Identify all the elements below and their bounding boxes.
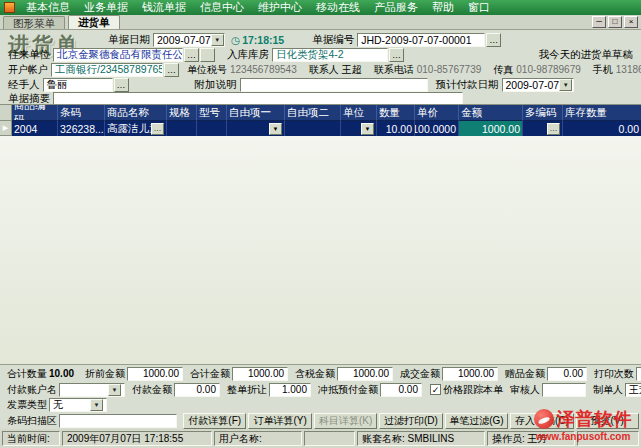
handler-field[interactable]: 鲁丽	[43, 78, 113, 92]
clock-icon: ◷	[231, 34, 240, 46]
vendor-browse-icon[interactable]: …	[184, 48, 199, 62]
fax-label: 传真	[493, 63, 513, 77]
preview-button[interactable]: 预览(V)	[576, 413, 639, 429]
table-row[interactable]: ▶ 2004 326238... 高露洁儿童牙.. … ▼ ▼ 10.00 10…	[0, 121, 641, 136]
menu-item-window[interactable]: 窗口	[461, 0, 497, 15]
memo-field[interactable]	[240, 78, 428, 92]
menu-item-cashflow-docs[interactable]: 钱流单据	[135, 0, 193, 15]
pay-amount-field[interactable]: 0.00	[174, 383, 220, 397]
cell-spec[interactable]	[167, 121, 197, 136]
single-filter-button[interactable]: 单笔过滤(G)	[445, 413, 508, 429]
row-selector[interactable]: ▶	[0, 121, 12, 136]
pay-date-field[interactable]: 2009-07-07 ▼	[502, 78, 574, 92]
maker-field[interactable]: 王芳	[625, 383, 641, 397]
col-header-unit[interactable]: 单位	[341, 105, 377, 121]
menu-item-business-docs[interactable]: 业务单据	[77, 0, 135, 15]
invoice-type-select[interactable]: 无 ▼	[49, 398, 107, 412]
gift-amount-field[interactable]: 0.00	[547, 367, 587, 381]
cell-multi-code[interactable]: …	[523, 121, 563, 136]
tax-included-field[interactable]: 1000.00	[337, 367, 393, 381]
cell-amount[interactable]: 1000.00	[459, 121, 523, 136]
col-header-spec[interactable]: 规格	[167, 105, 197, 121]
cell-free2[interactable]	[285, 121, 341, 136]
save-draft-button[interactable]: 存入草稿(C)	[510, 413, 573, 429]
warehouse-field[interactable]: 日化类货架4-2	[272, 48, 388, 62]
deal-amount-field[interactable]: 1000.00	[442, 367, 498, 381]
tab-graphic-menu[interactable]: 图形菜单	[3, 16, 65, 29]
discount-label: 整单折让	[227, 383, 267, 397]
chevron-down-icon[interactable]: ▼	[211, 34, 224, 46]
menu-item-product-services[interactable]: 产品服务	[367, 0, 425, 15]
pre-discount-field[interactable]: 1000.00	[127, 367, 183, 381]
unit-dropdown-icon[interactable]: ▼	[361, 123, 374, 135]
col-header-price[interactable]: 单价	[415, 105, 459, 121]
doc-time-value: 17:18:15	[242, 34, 284, 46]
tab-purchase-order[interactable]: 进货单	[68, 15, 120, 29]
chevron-down-icon[interactable]: ▼	[108, 384, 121, 396]
today-drafts-link[interactable]: 我今天的进货单草稿	[539, 48, 634, 62]
maximize-icon[interactable]: □	[608, 16, 622, 28]
col-header-product-code[interactable]: 商品编码	[12, 105, 58, 121]
close-icon[interactable]: ×	[624, 16, 638, 28]
pre-discount-label: 折前金额	[85, 367, 125, 381]
doc-date-field[interactable]: 2009-07-07 ▼	[153, 33, 225, 47]
vendor-view-icon[interactable]	[200, 48, 215, 62]
chevron-down-icon[interactable]: ▼	[559, 79, 572, 91]
col-header-amount[interactable]: 金额	[459, 105, 523, 121]
bank-account-field[interactable]: 工商银行/234587897654	[51, 63, 163, 77]
chevron-down-icon[interactable]: ▼	[90, 399, 103, 411]
cell-product-name[interactable]: 高露洁儿童牙.. …	[105, 121, 167, 136]
cell-stock-qty[interactable]: 0.00	[563, 121, 641, 136]
col-header-qty[interactable]: 数量	[377, 105, 415, 121]
multi-code-browse-icon[interactable]: …	[547, 123, 560, 135]
cell-price[interactable]: 100.0000	[415, 121, 459, 136]
status-operator-cell: 操作员: 王芳	[487, 431, 575, 446]
subject-detail-button[interactable]: 科目详算(K)	[314, 413, 377, 429]
col-header-product-name[interactable]: 商品名称	[105, 105, 167, 121]
maker-label: 制单人	[593, 383, 623, 397]
menu-bar: 基本信息 业务单据 钱流单据 信息中心 维护中心 移动在线 产品服务 帮助 窗口	[0, 0, 641, 15]
free1-dropdown-icon[interactable]: ▼	[269, 123, 282, 135]
cell-barcode[interactable]: 326238...	[58, 121, 105, 136]
col-header-model[interactable]: 型号	[197, 105, 227, 121]
doc-no-browse-icon[interactable]: …	[486, 33, 501, 47]
barcode-scan-input[interactable]	[59, 414, 177, 428]
minimize-icon[interactable]: ─	[592, 16, 606, 28]
col-header-multi-code[interactable]: 多编码	[523, 105, 563, 121]
pay-account-select[interactable]: ▼	[59, 383, 125, 397]
auditor-field[interactable]	[542, 383, 586, 397]
discount-field[interactable]: 1.000	[269, 383, 311, 397]
order-detail-button[interactable]: 订单详算(Y)	[248, 413, 311, 429]
filter-print-button[interactable]: 过滤打印(D)	[379, 413, 442, 429]
total-amount-field[interactable]: 1000.00	[232, 367, 288, 381]
form-row-bank-contact: 开户帐户 工商银行/234587897654 … 单位税号 1234567895…	[0, 62, 641, 77]
memo-label: 附加说明	[195, 78, 237, 92]
col-header-free1[interactable]: 自由项一	[227, 105, 285, 121]
prepay-offset-field[interactable]: 0.00	[380, 383, 422, 397]
menu-item-maintenance-center[interactable]: 维护中心	[251, 0, 309, 15]
pay-date-label: 预计付款日期	[436, 78, 499, 92]
bank-account-browse-icon[interactable]: …	[164, 63, 179, 77]
product-lookup-icon[interactable]: …	[151, 123, 164, 135]
cell-model[interactable]	[197, 121, 227, 136]
warehouse-browse-icon[interactable]: …	[389, 48, 404, 62]
menu-item-help[interactable]: 帮助	[425, 0, 461, 15]
menu-item-info-center[interactable]: 信息中心	[193, 0, 251, 15]
menu-item-mobile-online[interactable]: 移动在线	[309, 0, 367, 15]
cell-product-code[interactable]: 2004	[12, 121, 58, 136]
price-track-checkbox[interactable]: ✓	[430, 384, 441, 395]
payment-detail-button[interactable]: 付款详算(F)	[183, 413, 246, 429]
col-header-stock-qty[interactable]: 库存数量	[563, 105, 641, 121]
vendor-field[interactable]: 北京金聚德食品有限责任公司	[53, 48, 183, 62]
status-book-label: 账套名称:	[362, 432, 405, 446]
total-qty-label: 合计数量	[7, 367, 47, 381]
doc-no-field[interactable]: JHD-2009-07-07-00001	[357, 33, 485, 47]
cell-free1[interactable]: ▼	[227, 121, 285, 136]
cell-qty[interactable]: 10.00	[377, 121, 415, 136]
col-header-free2[interactable]: 自由项二	[285, 105, 341, 121]
col-header-barcode[interactable]: 条码	[58, 105, 105, 121]
handler-browse-icon[interactable]: …	[114, 78, 129, 92]
cell-unit[interactable]: ▼	[341, 121, 377, 136]
print-count-field[interactable]	[636, 367, 641, 381]
menu-item-basic-info[interactable]: 基本信息	[19, 0, 77, 15]
